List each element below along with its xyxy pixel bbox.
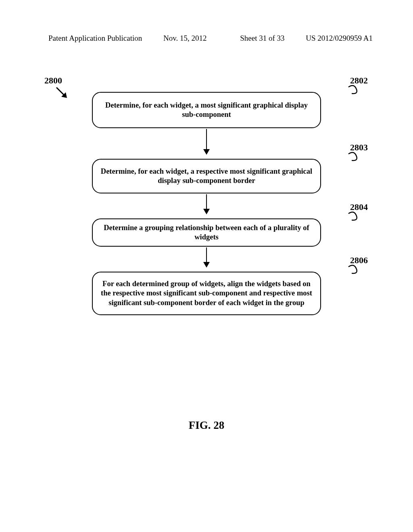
- callout-curl-2804: [347, 211, 361, 225]
- header-pubnum: US 2012/0290959 A1: [306, 34, 373, 43]
- flowchart-arrow-1: [206, 129, 207, 154]
- flowchart-step-2804: Determine a grouping relationship betwee…: [92, 218, 321, 247]
- step-2803-text: Determine, for each widget, a respective…: [100, 167, 313, 185]
- curl-icon: [347, 211, 361, 225]
- callout-curl-2803: [347, 152, 361, 165]
- flowchart-step-2806: For each determined group of widgets, al…: [92, 272, 321, 315]
- figure-overall-ref: 2800: [44, 75, 62, 86]
- flowchart-step-2802: Determine, for each widget, a most signi…: [92, 92, 321, 128]
- curl-icon: [347, 152, 361, 165]
- flowchart-step-2803: Determine, for each widget, a respective…: [92, 159, 321, 193]
- figure-caption: FIG. 28: [0, 419, 413, 432]
- arrow-diag-icon: [55, 86, 71, 102]
- header-date: Nov. 15, 2012: [163, 34, 207, 43]
- patent-page: Patent Application Publication Nov. 15, …: [0, 0, 413, 532]
- callout-curl-2806: [347, 264, 361, 278]
- step-2806-text: For each determined group of widgets, al…: [100, 279, 313, 307]
- curl-icon: [347, 85, 361, 98]
- callout-curl-2802: [347, 85, 361, 98]
- flowchart-arrow-2: [206, 194, 207, 214]
- page-header: Patent Application Publication Nov. 15, …: [48, 34, 373, 43]
- ref-2800-label: 2800: [44, 75, 62, 85]
- flowchart-arrow-3: [206, 247, 207, 267]
- curl-icon: [347, 264, 361, 278]
- step-2804-text: Determine a grouping relationship betwee…: [100, 223, 313, 242]
- step-2802-text: Determine, for each widget, a most signi…: [100, 101, 313, 119]
- ref-2800-arrow: [55, 86, 71, 102]
- header-sheet: Sheet 31 of 33: [240, 34, 284, 43]
- header-left: Patent Application Publication: [48, 34, 142, 43]
